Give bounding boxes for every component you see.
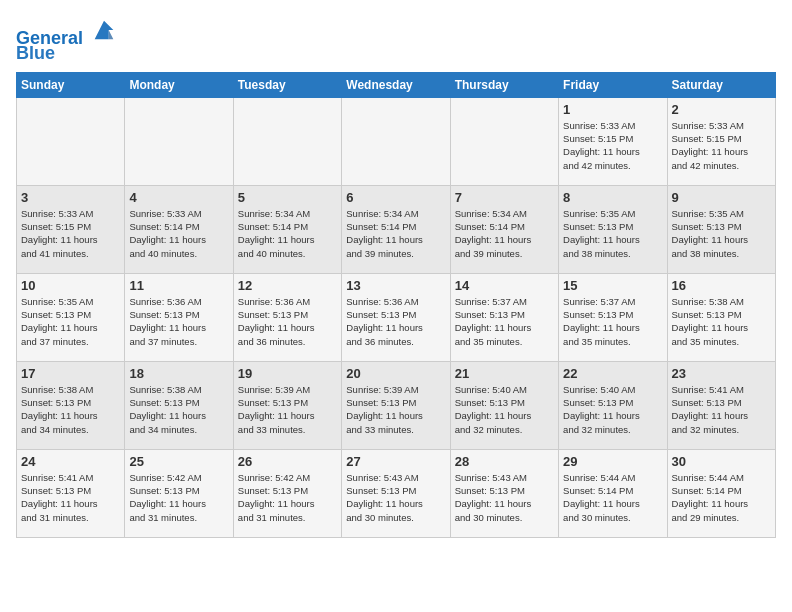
day-header-saturday: Saturday <box>667 72 775 97</box>
calendar-week-row: 24Sunrise: 5:41 AM Sunset: 5:13 PM Dayli… <box>17 449 776 537</box>
calendar-cell: 6Sunrise: 5:34 AM Sunset: 5:14 PM Daylig… <box>342 185 450 273</box>
day-header-wednesday: Wednesday <box>342 72 450 97</box>
calendar-cell: 22Sunrise: 5:40 AM Sunset: 5:13 PM Dayli… <box>559 361 667 449</box>
day-number: 13 <box>346 278 445 293</box>
day-number: 9 <box>672 190 771 205</box>
calendar-cell <box>450 97 558 185</box>
calendar-cell: 16Sunrise: 5:38 AM Sunset: 5:13 PM Dayli… <box>667 273 775 361</box>
logo-icon <box>90 16 118 44</box>
day-number: 17 <box>21 366 120 381</box>
calendar-cell: 15Sunrise: 5:37 AM Sunset: 5:13 PM Dayli… <box>559 273 667 361</box>
day-info: Sunrise: 5:38 AM Sunset: 5:13 PM Dayligh… <box>21 383 120 436</box>
day-number: 5 <box>238 190 337 205</box>
day-number: 24 <box>21 454 120 469</box>
day-info: Sunrise: 5:34 AM Sunset: 5:14 PM Dayligh… <box>455 207 554 260</box>
calendar-cell: 5Sunrise: 5:34 AM Sunset: 5:14 PM Daylig… <box>233 185 341 273</box>
day-info: Sunrise: 5:43 AM Sunset: 5:13 PM Dayligh… <box>346 471 445 524</box>
day-info: Sunrise: 5:35 AM Sunset: 5:13 PM Dayligh… <box>21 295 120 348</box>
day-info: Sunrise: 5:36 AM Sunset: 5:13 PM Dayligh… <box>238 295 337 348</box>
calendar-table: SundayMondayTuesdayWednesdayThursdayFrid… <box>16 72 776 538</box>
calendar-cell: 28Sunrise: 5:43 AM Sunset: 5:13 PM Dayli… <box>450 449 558 537</box>
logo: General Blue <box>16 20 118 64</box>
day-info: Sunrise: 5:34 AM Sunset: 5:14 PM Dayligh… <box>238 207 337 260</box>
day-number: 25 <box>129 454 228 469</box>
day-number: 14 <box>455 278 554 293</box>
day-number: 21 <box>455 366 554 381</box>
day-number: 11 <box>129 278 228 293</box>
day-number: 8 <box>563 190 662 205</box>
calendar-cell: 24Sunrise: 5:41 AM Sunset: 5:13 PM Dayli… <box>17 449 125 537</box>
day-number: 29 <box>563 454 662 469</box>
day-info: Sunrise: 5:40 AM Sunset: 5:13 PM Dayligh… <box>563 383 662 436</box>
calendar-cell: 13Sunrise: 5:36 AM Sunset: 5:13 PM Dayli… <box>342 273 450 361</box>
day-info: Sunrise: 5:33 AM Sunset: 5:14 PM Dayligh… <box>129 207 228 260</box>
day-number: 7 <box>455 190 554 205</box>
calendar-header-row: SundayMondayTuesdayWednesdayThursdayFrid… <box>17 72 776 97</box>
calendar-cell: 19Sunrise: 5:39 AM Sunset: 5:13 PM Dayli… <box>233 361 341 449</box>
day-header-monday: Monday <box>125 72 233 97</box>
calendar-cell: 30Sunrise: 5:44 AM Sunset: 5:14 PM Dayli… <box>667 449 775 537</box>
day-info: Sunrise: 5:35 AM Sunset: 5:13 PM Dayligh… <box>563 207 662 260</box>
calendar-cell: 4Sunrise: 5:33 AM Sunset: 5:14 PM Daylig… <box>125 185 233 273</box>
calendar-cell: 11Sunrise: 5:36 AM Sunset: 5:13 PM Dayli… <box>125 273 233 361</box>
calendar-week-row: 3Sunrise: 5:33 AM Sunset: 5:15 PM Daylig… <box>17 185 776 273</box>
day-number: 27 <box>346 454 445 469</box>
day-number: 15 <box>563 278 662 293</box>
day-number: 19 <box>238 366 337 381</box>
calendar-cell: 23Sunrise: 5:41 AM Sunset: 5:13 PM Dayli… <box>667 361 775 449</box>
page-header: General Blue <box>16 16 776 64</box>
calendar-cell: 7Sunrise: 5:34 AM Sunset: 5:14 PM Daylig… <box>450 185 558 273</box>
day-number: 23 <box>672 366 771 381</box>
day-header-tuesday: Tuesday <box>233 72 341 97</box>
calendar-cell: 18Sunrise: 5:38 AM Sunset: 5:13 PM Dayli… <box>125 361 233 449</box>
day-info: Sunrise: 5:38 AM Sunset: 5:13 PM Dayligh… <box>129 383 228 436</box>
day-info: Sunrise: 5:40 AM Sunset: 5:13 PM Dayligh… <box>455 383 554 436</box>
calendar-cell: 1Sunrise: 5:33 AM Sunset: 5:15 PM Daylig… <box>559 97 667 185</box>
calendar-cell: 12Sunrise: 5:36 AM Sunset: 5:13 PM Dayli… <box>233 273 341 361</box>
day-info: Sunrise: 5:35 AM Sunset: 5:13 PM Dayligh… <box>672 207 771 260</box>
calendar-cell: 27Sunrise: 5:43 AM Sunset: 5:13 PM Dayli… <box>342 449 450 537</box>
day-number: 6 <box>346 190 445 205</box>
day-info: Sunrise: 5:36 AM Sunset: 5:13 PM Dayligh… <box>129 295 228 348</box>
day-number: 1 <box>563 102 662 117</box>
day-number: 3 <box>21 190 120 205</box>
day-info: Sunrise: 5:41 AM Sunset: 5:13 PM Dayligh… <box>672 383 771 436</box>
day-info: Sunrise: 5:42 AM Sunset: 5:13 PM Dayligh… <box>238 471 337 524</box>
calendar-cell: 29Sunrise: 5:44 AM Sunset: 5:14 PM Dayli… <box>559 449 667 537</box>
day-info: Sunrise: 5:43 AM Sunset: 5:13 PM Dayligh… <box>455 471 554 524</box>
calendar-week-row: 17Sunrise: 5:38 AM Sunset: 5:13 PM Dayli… <box>17 361 776 449</box>
day-number: 12 <box>238 278 337 293</box>
day-info: Sunrise: 5:34 AM Sunset: 5:14 PM Dayligh… <box>346 207 445 260</box>
day-info: Sunrise: 5:39 AM Sunset: 5:13 PM Dayligh… <box>238 383 337 436</box>
calendar-week-row: 1Sunrise: 5:33 AM Sunset: 5:15 PM Daylig… <box>17 97 776 185</box>
calendar-cell: 26Sunrise: 5:42 AM Sunset: 5:13 PM Dayli… <box>233 449 341 537</box>
day-info: Sunrise: 5:37 AM Sunset: 5:13 PM Dayligh… <box>455 295 554 348</box>
day-info: Sunrise: 5:37 AM Sunset: 5:13 PM Dayligh… <box>563 295 662 348</box>
day-info: Sunrise: 5:42 AM Sunset: 5:13 PM Dayligh… <box>129 471 228 524</box>
calendar-cell: 8Sunrise: 5:35 AM Sunset: 5:13 PM Daylig… <box>559 185 667 273</box>
calendar-cell: 3Sunrise: 5:33 AM Sunset: 5:15 PM Daylig… <box>17 185 125 273</box>
day-info: Sunrise: 5:44 AM Sunset: 5:14 PM Dayligh… <box>563 471 662 524</box>
day-number: 18 <box>129 366 228 381</box>
calendar-week-row: 10Sunrise: 5:35 AM Sunset: 5:13 PM Dayli… <box>17 273 776 361</box>
day-number: 28 <box>455 454 554 469</box>
day-number: 30 <box>672 454 771 469</box>
day-number: 4 <box>129 190 228 205</box>
day-header-friday: Friday <box>559 72 667 97</box>
calendar-cell: 2Sunrise: 5:33 AM Sunset: 5:15 PM Daylig… <box>667 97 775 185</box>
day-header-thursday: Thursday <box>450 72 558 97</box>
calendar-cell: 17Sunrise: 5:38 AM Sunset: 5:13 PM Dayli… <box>17 361 125 449</box>
calendar-cell <box>342 97 450 185</box>
calendar-cell: 10Sunrise: 5:35 AM Sunset: 5:13 PM Dayli… <box>17 273 125 361</box>
day-info: Sunrise: 5:33 AM Sunset: 5:15 PM Dayligh… <box>21 207 120 260</box>
calendar-cell: 25Sunrise: 5:42 AM Sunset: 5:13 PM Dayli… <box>125 449 233 537</box>
day-number: 22 <box>563 366 662 381</box>
day-info: Sunrise: 5:33 AM Sunset: 5:15 PM Dayligh… <box>672 119 771 172</box>
calendar-cell <box>17 97 125 185</box>
day-info: Sunrise: 5:39 AM Sunset: 5:13 PM Dayligh… <box>346 383 445 436</box>
calendar-cell <box>125 97 233 185</box>
day-info: Sunrise: 5:36 AM Sunset: 5:13 PM Dayligh… <box>346 295 445 348</box>
day-header-sunday: Sunday <box>17 72 125 97</box>
day-number: 10 <box>21 278 120 293</box>
calendar-cell <box>233 97 341 185</box>
